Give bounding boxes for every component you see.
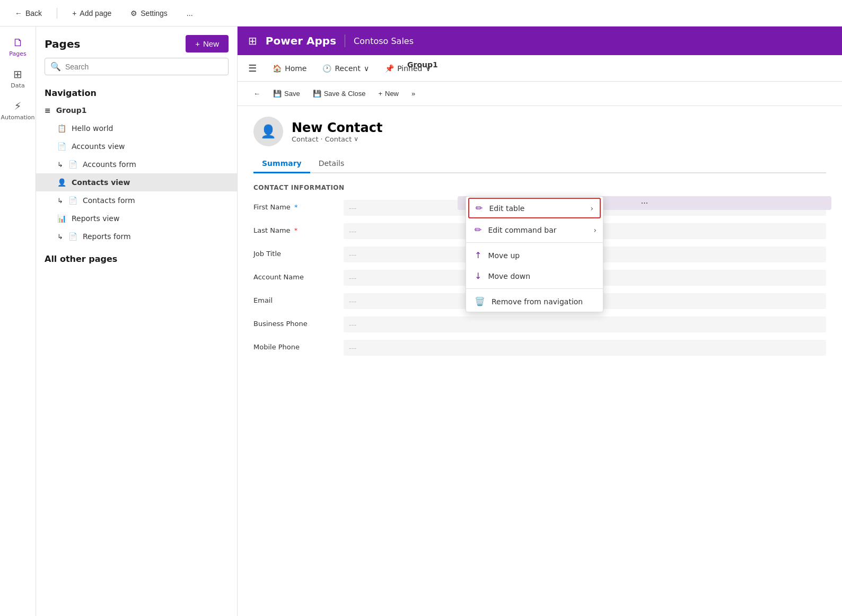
edit-table-label: Edit table — [489, 204, 524, 213]
settings-button[interactable]: ⚙ Settings — [126, 7, 172, 20]
divider1 — [57, 8, 57, 19]
main-layout: 🗋 Pages ⊞ Data ⚡ Automation Pages + New … — [0, 27, 842, 616]
accounts-form-label: Accounts form — [83, 160, 136, 169]
forward-icon: » — [411, 90, 415, 98]
reports-view-label: Reports view — [72, 214, 119, 223]
add-page-button[interactable]: + Add page — [68, 7, 116, 20]
contact-sub1: Contact — [292, 135, 319, 143]
home-icon: 🏠 — [273, 64, 282, 73]
search-input[interactable] — [65, 63, 223, 71]
accounts-view-icon: 📄 — [57, 142, 66, 151]
save-close-button[interactable]: 💾 Save & Close — [308, 87, 371, 100]
account-name-label: Account Name — [253, 270, 338, 281]
toolbar-back-button[interactable]: ← — [248, 87, 266, 100]
app-title-label: Contoso Sales — [354, 36, 414, 46]
nav-item-hello-world[interactable]: 📋 Hello world — [36, 119, 237, 137]
save-label: Save — [284, 90, 300, 98]
contact-chevron-icon[interactable]: ∨ — [354, 135, 358, 143]
hello-world-label: Hello world — [72, 124, 113, 133]
app-grid-icon[interactable]: ⊞ — [248, 34, 257, 47]
navigation-section-title: Navigation — [36, 84, 237, 101]
recent-chevron-icon: ∨ — [364, 64, 369, 73]
pages-icon: 🗋 — [13, 36, 23, 49]
nav-item-group1[interactable]: ≡ Group1 — [36, 101, 237, 119]
pages-sidebar-label: Pages — [9, 50, 26, 57]
accounts-form-file-icon: 📄 — [68, 160, 77, 169]
tab-summary[interactable]: Summary — [253, 155, 310, 173]
save-icon: 💾 — [273, 90, 282, 98]
pages-header: Pages + New — [36, 27, 237, 58]
menu-item-edit-table[interactable]: ✏️ Edit table › — [468, 198, 601, 218]
nav-item-accounts-form[interactable]: ↳ 📄 Accounts form — [36, 155, 237, 173]
new-record-label: New — [385, 90, 399, 98]
search-box[interactable]: 🔍 — [45, 58, 229, 75]
menu-item-move-up[interactable]: ↑ Move up — [466, 245, 603, 266]
recent-label: Recent — [335, 64, 360, 73]
toolbar-back-icon: ← — [253, 90, 260, 98]
field-business-phone: Business Phone --- — [253, 316, 826, 332]
home-label: Home — [285, 64, 306, 73]
sidebar-item-automation[interactable]: ⚡ Automation — [2, 95, 34, 125]
back-icon: ← — [15, 9, 22, 17]
icon-sidebar: 🗋 Pages ⊞ Data ⚡ Automation — [0, 27, 36, 616]
nav-item-contacts-form[interactable]: ↳ 📄 Contacts form — [36, 191, 237, 209]
business-phone-value[interactable]: --- — [344, 316, 826, 332]
nav-item-accounts-view[interactable]: 📄 Accounts view — [36, 137, 237, 155]
mobile-phone-label: Mobile Phone — [253, 340, 338, 351]
edit-command-bar-label: Edit command bar — [488, 226, 556, 234]
nav-group1-label: Group1 — [407, 60, 438, 69]
group-icon: ≡ — [45, 106, 51, 115]
app-nav: ☰ 🏠 Home 🕐 Recent ∨ 📌 Pinned ∨ Group1 — [238, 55, 842, 82]
new-record-button[interactable]: + New — [373, 87, 404, 100]
remove-nav-label: Remove from navigation — [492, 297, 583, 306]
pages-panel: Pages + New 🔍 Navigation ≡ Group1 📋 Hell… — [36, 27, 238, 616]
contacts-view-label: Contacts view — [72, 178, 130, 187]
new-page-label: New — [203, 39, 219, 48]
last-name-label: Last Name * — [253, 223, 338, 234]
contacts-form-arrow-icon: ↳ — [57, 197, 63, 205]
menu-item-remove-nav[interactable]: 🗑️ Remove from navigation — [466, 291, 603, 312]
back-label: Back — [25, 9, 42, 17]
job-title-label: Job Title — [253, 247, 338, 258]
hamburger-icon[interactable]: ☰ — [248, 63, 257, 74]
sidebar-item-pages[interactable]: 🗋 Pages — [2, 32, 34, 61]
new-page-plus-icon: + — [195, 39, 200, 48]
nav-home[interactable]: 🏠 Home — [273, 64, 306, 73]
toolbar-forward-button[interactable]: » — [406, 87, 420, 100]
tab-details[interactable]: Details — [310, 155, 353, 173]
save-button[interactable]: 💾 Save — [268, 87, 305, 100]
pages-panel-title: Pages — [45, 38, 80, 50]
reports-view-icon: 📊 — [57, 214, 66, 223]
nav-recent[interactable]: 🕐 Recent ∨ — [322, 64, 369, 73]
summary-tab-label: Summary — [262, 159, 302, 168]
move-up-label: Move up — [488, 251, 520, 260]
save-close-label: Save & Close — [324, 90, 366, 98]
settings-icon: ⚙ — [130, 9, 137, 17]
accounts-view-label: Accounts view — [72, 142, 125, 151]
move-down-icon: ↓ — [475, 271, 481, 281]
contacts-form-label: Contacts form — [83, 196, 135, 205]
automation-sidebar-label: Automation — [1, 114, 34, 121]
edit-table-icon: ✏️ — [476, 203, 483, 213]
nav-item-reports-form[interactable]: ↳ 📄 Reports form — [36, 227, 237, 245]
center-area: ⊞ Power Apps Contoso Sales ☰ 🏠 Home 🕐 Re… — [238, 27, 842, 616]
settings-label: Settings — [141, 9, 168, 17]
more-button[interactable]: ... — [182, 7, 197, 20]
business-phone-label: Business Phone — [253, 316, 338, 328]
nav-item-reports-view[interactable]: 📊 Reports view — [36, 209, 237, 227]
app-name-label: Power Apps — [266, 34, 336, 47]
toolbar: ← 💾 Save 💾 Save & Close + New » — [238, 82, 842, 106]
menu-item-move-down[interactable]: ↓ Move down — [466, 266, 603, 286]
recent-icon: 🕐 — [322, 64, 331, 73]
mobile-phone-value[interactable]: --- — [344, 340, 826, 356]
nav-item-contacts-view[interactable]: 👤 Contacts view — [36, 173, 237, 191]
add-icon: + — [72, 9, 76, 17]
accounts-form-icon: ↳ — [57, 161, 63, 169]
new-page-button[interactable]: + New — [186, 35, 229, 52]
reports-form-label: Reports form — [83, 232, 131, 241]
menu-item-edit-command-bar[interactable]: ✏️ Edit command bar › — [466, 219, 603, 240]
sidebar-item-data[interactable]: ⊞ Data — [2, 64, 34, 93]
move-down-label: Move down — [488, 272, 530, 280]
move-up-icon: ↑ — [475, 250, 481, 260]
back-button[interactable]: ← Back — [11, 7, 46, 20]
